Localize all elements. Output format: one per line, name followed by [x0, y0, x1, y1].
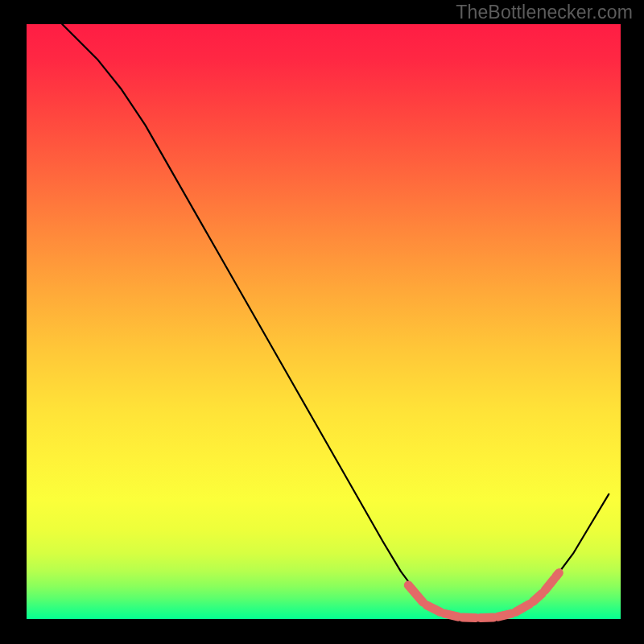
curve-marker	[427, 605, 440, 612]
curve-marker	[481, 617, 494, 618]
chart-svg	[0, 0, 644, 644]
curve-marker	[463, 617, 477, 618]
curve-marker	[533, 593, 542, 601]
chart-container: TheBottlenecker.com	[0, 0, 644, 644]
curve-marker	[498, 613, 512, 617]
curve-marker	[555, 573, 559, 577]
watermark-text: TheBottlenecker.com	[456, 2, 633, 23]
plot-background	[27, 24, 621, 619]
curve-marker	[444, 613, 458, 617]
